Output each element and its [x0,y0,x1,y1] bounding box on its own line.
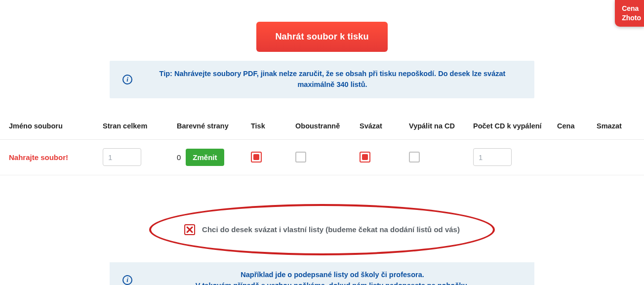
summary-badge-line1: Cena [622,4,641,13]
bind-checkbox[interactable] [360,152,370,163]
burn-cd-checkbox[interactable] [409,152,420,163]
summary-badge[interactable]: Cena Zhoto [615,0,644,27]
x-mark-icon [186,226,193,233]
info-icon: i [122,75,132,84]
col-print: Tisk [251,122,295,130]
tip-text: Tip: Nahrávejte soubory PDF, jinak nelze… [143,69,522,90]
col-bind: Svázat [360,122,409,130]
change-color-pages-button[interactable]: Změnit [186,149,224,166]
files-table: Jméno souboru Stran celkem Barevné stran… [0,113,644,175]
example-info-bar: i Například jde o podepsané listy od ško… [110,262,534,285]
color-pages-count: 0 [177,153,181,162]
col-color-pages: Barevné strany [177,122,251,130]
example-line2: V takovém případě s vazbou počkáme, doku… [196,282,469,285]
filename-cell: Nahrajte soubor! [9,153,103,162]
tip-bar: i Tip: Nahrávejte soubory PDF, jinak nel… [110,61,534,98]
col-cd-count: Počet CD k vypálení [473,122,557,130]
pages-total-input[interactable] [103,148,141,166]
col-price: Cena [557,122,597,130]
col-burn-cd: Vypálit na CD [409,122,473,130]
col-pages-total: Stran celkem [103,122,177,130]
print-checkbox[interactable] [251,152,262,163]
cd-count-input[interactable] [473,148,512,166]
col-delete: Smazat [597,122,641,130]
own-sheets-label: Chci do desek svázat i vlastní listy (bu… [202,225,460,234]
tip-body: Nahrávejte soubory PDF, jinak nelze zaru… [172,70,505,88]
own-sheets-checkbox[interactable] [184,224,195,235]
tip-prefix: Tip: [160,70,172,78]
summary-badge-line2: Zhoto [622,13,641,23]
upload-file-button[interactable]: Nahrát soubor k tisku [256,22,387,52]
example-text: Například jde o podepsané listy od školy… [143,269,522,285]
col-filename: Jméno souboru [9,122,103,130]
example-line1: Například jde o podepsané listy od školy… [241,271,424,279]
table-row: Nahrajte soubor! 0 Změnit [0,140,644,175]
files-table-header: Jméno souboru Stran celkem Barevné stran… [0,113,644,140]
col-duplex: Oboustranně [295,122,360,130]
duplex-checkbox[interactable] [295,152,306,163]
checkbox-fill-icon [253,154,259,160]
info-icon: i [122,275,132,285]
own-sheets-section: Chci do desek svázat i vlastní listy (bu… [0,200,644,259]
checkbox-fill-icon [362,154,368,160]
